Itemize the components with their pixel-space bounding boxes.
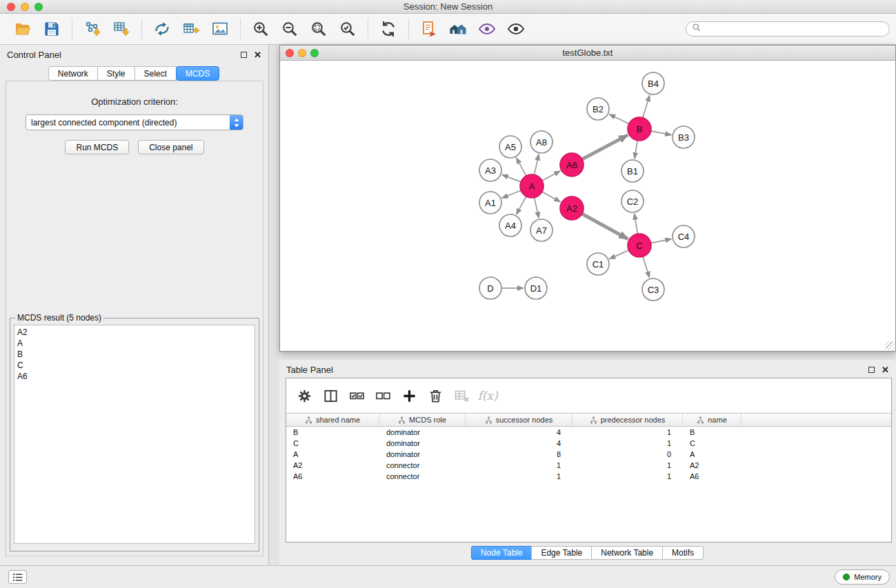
cell-shared-name[interactable]: A <box>286 449 379 460</box>
graph-node-C3[interactable]: C3 <box>642 278 664 301</box>
graph-node-B[interactable]: B <box>628 117 651 141</box>
mcds-result-item[interactable]: A2 <box>17 327 255 338</box>
traffic-zoom-button[interactable] <box>310 49 319 57</box>
graph-edge-A-A7[interactable] <box>535 198 539 219</box>
cell-successor-nodes[interactable]: 1 <box>466 471 573 482</box>
graph-edge-B-B1[interactable] <box>635 141 637 159</box>
cell-predecessor-nodes[interactable]: 0 <box>573 449 683 460</box>
cell-successor-nodes[interactable]: 8 <box>466 449 573 460</box>
zoom-out-button[interactable] <box>275 16 304 42</box>
graph-edge-C-C3[interactable] <box>643 256 650 278</box>
table-mode-button[interactable] <box>292 384 317 407</box>
deselect-all-button[interactable] <box>370 384 395 407</box>
cell-mcds-role[interactable]: dominator <box>379 427 466 438</box>
graph-edge-C-C1[interactable] <box>609 250 628 259</box>
graph-edge-A-A3[interactable] <box>502 174 521 182</box>
graph-node-A[interactable]: A <box>520 174 544 198</box>
close-panel-button[interactable]: Close panel <box>138 140 203 154</box>
cell-mcds-role[interactable]: dominator <box>379 449 466 460</box>
mcds-result-item[interactable]: A6 <box>17 371 255 382</box>
graph-edge-A-A4[interactable] <box>517 196 526 214</box>
run-mcds-button[interactable]: Run MCDS <box>65 140 129 154</box>
graph-edge-A-A8[interactable] <box>535 154 539 175</box>
graph-edge-A-A1[interactable] <box>502 190 521 198</box>
cell-shared-name[interactable]: A2 <box>286 460 379 471</box>
memory-button[interactable]: Memory <box>835 569 890 585</box>
graph-node-A1[interactable]: A1 <box>479 192 501 214</box>
tab-network[interactable]: Network <box>48 66 98 81</box>
tab-mcds[interactable]: MCDS <box>176 66 219 81</box>
tab-edge-table[interactable]: Edge Table <box>531 546 592 560</box>
traffic-zoom-button[interactable] <box>34 3 43 11</box>
search-box[interactable] <box>686 21 890 37</box>
select-all-button[interactable] <box>344 384 369 407</box>
refresh-button[interactable] <box>374 16 403 42</box>
graph-node-C[interactable]: C <box>628 234 651 257</box>
traffic-minimize-button[interactable] <box>298 49 306 57</box>
column-header-predecessor-nodes[interactable]: predecessor nodes <box>573 414 683 426</box>
home-button[interactable] <box>444 16 472 42</box>
graph-node-C2[interactable]: C2 <box>621 190 644 212</box>
column-header-mcds-role[interactable]: MCDS role <box>379 414 466 426</box>
tab-select[interactable]: Select <box>135 66 177 81</box>
graph-node-A4[interactable]: A4 <box>499 214 521 236</box>
table-row-C[interactable]: Cdominator41C <box>286 438 891 449</box>
traffic-minimize-button[interactable] <box>21 3 29 11</box>
cell-predecessor-nodes[interactable]: 1 <box>573 471 683 482</box>
cell-mcds-role[interactable]: dominator <box>379 438 466 449</box>
table-row-A2[interactable]: A2connector11A2 <box>286 460 891 471</box>
tab-network-table[interactable]: Network Table <box>591 546 663 560</box>
tab-node-table[interactable]: Node Table <box>471 546 532 560</box>
graph-node-D[interactable]: D <box>479 277 501 299</box>
cell-successor-nodes[interactable]: 1 <box>466 460 573 471</box>
graph-node-D1[interactable]: D1 <box>525 277 547 299</box>
traffic-close-button[interactable] <box>7 3 15 11</box>
delete-columns-button[interactable] <box>423 384 448 407</box>
graph-edge-B-B2[interactable] <box>609 114 629 124</box>
cell-successor-nodes[interactable]: 4 <box>466 427 573 438</box>
column-header-shared-name[interactable]: shared name <box>286 414 379 426</box>
cell-shared-name[interactable]: C <box>286 438 379 449</box>
graph-edge-C-C2[interactable] <box>635 214 638 234</box>
table-row-A[interactable]: Adominator80A <box>286 449 891 460</box>
graph-node-A6[interactable]: A6 <box>560 153 584 176</box>
graph-edge-B-B4[interactable] <box>643 95 650 118</box>
graph-edge-A2-C[interactable] <box>582 214 628 239</box>
cell-predecessor-nodes[interactable]: 1 <box>573 438 683 449</box>
graph-edge-B-B3[interactable] <box>651 131 672 135</box>
export-image-button[interactable] <box>206 16 235 42</box>
cell-name[interactable]: A2 <box>683 460 741 471</box>
graph-node-A3[interactable]: A3 <box>479 159 501 181</box>
graph-node-A5[interactable]: A5 <box>499 136 521 158</box>
graph-node-B2[interactable]: B2 <box>587 98 609 120</box>
cell-predecessor-nodes[interactable]: 1 <box>573 460 683 471</box>
graph-node-C4[interactable]: C4 <box>673 225 695 247</box>
cell-name[interactable]: A <box>683 449 741 460</box>
cell-shared-name[interactable]: A6 <box>286 471 379 482</box>
graph-node-A7[interactable]: A7 <box>530 219 552 241</box>
graph-edge-A-A2[interactable] <box>542 192 561 202</box>
zoom-selected-button[interactable] <box>333 16 362 42</box>
graph-edge-A-A5[interactable] <box>517 158 526 176</box>
column-header-name[interactable]: name <box>683 414 741 426</box>
add-column-button[interactable] <box>397 384 421 407</box>
cell-name[interactable]: B <box>683 427 741 438</box>
show-columns-button[interactable] <box>318 384 343 407</box>
graph-edge-C-C4[interactable] <box>651 239 672 243</box>
cell-mcds-role[interactable]: connector <box>379 471 466 482</box>
zoom-in-button[interactable] <box>246 16 275 42</box>
mcds-result-item[interactable]: A <box>17 338 255 349</box>
cell-successor-nodes[interactable]: 4 <box>466 438 573 449</box>
graph-node-A2[interactable]: A2 <box>560 196 584 220</box>
graph-edge-A-A6[interactable] <box>542 171 560 181</box>
graph-node-B1[interactable]: B1 <box>621 160 644 182</box>
mcds-result-item[interactable]: C <box>17 360 255 371</box>
graph-node-A8[interactable]: A8 <box>530 131 552 153</box>
cell-name[interactable]: C <box>683 438 741 449</box>
column-header-successor-nodes[interactable]: successor nodes <box>466 414 573 426</box>
tab-style[interactable]: Style <box>97 66 135 81</box>
open-file-button[interactable] <box>8 16 37 42</box>
table-row-A6[interactable]: A6connector11A6 <box>286 471 891 482</box>
graph-node-B3[interactable]: B3 <box>673 126 695 148</box>
show-panels-button[interactable] <box>8 570 27 584</box>
